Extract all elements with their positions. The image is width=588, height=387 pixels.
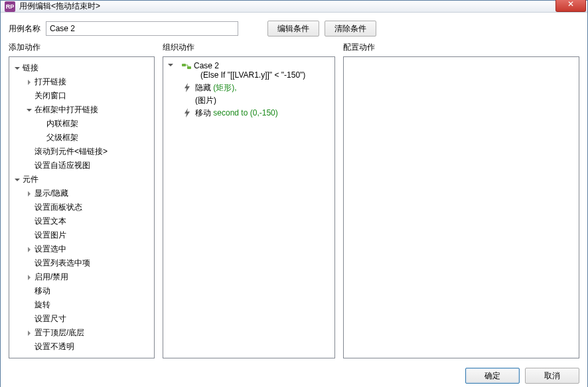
dialog-content: 用例名称 编辑条件 清除条件 添加动作 链接打开链接关闭窗口在框架中打开链接内联… xyxy=(1,13,587,387)
columns: 添加动作 链接打开链接关闭窗口在框架中打开链接内联框架父级框架滚动到元件<锚链接… xyxy=(9,42,579,358)
tree-item[interactable]: 关闭窗口 xyxy=(11,89,153,103)
tree-item[interactable]: 置于顶层/底层 xyxy=(11,326,153,340)
tree-item[interactable]: 滚动到元件<锚链接> xyxy=(11,145,153,159)
action-sub-target: (图片) xyxy=(165,95,333,106)
tree-label: 置于顶层/底层 xyxy=(35,327,84,339)
tree-label: 设置选中 xyxy=(35,244,66,255)
add-action-header: 添加动作 xyxy=(9,42,155,56)
expand-icon[interactable] xyxy=(25,329,33,337)
tree-item[interactable]: 在框架中打开链接 xyxy=(11,103,153,117)
tree-label: 设置图片 xyxy=(35,230,66,241)
tree-label: 设置文本 xyxy=(35,216,66,227)
close-icon: ✕ xyxy=(567,0,574,9)
expand-icon[interactable] xyxy=(25,190,33,198)
tree-item[interactable]: 设置尺寸 xyxy=(11,312,153,326)
organize-action-header: 组织动作 xyxy=(163,42,335,56)
organize-panel[interactable]: Case 2 (Else If "[[LVAR1.y]]" < "-150") … xyxy=(163,56,335,358)
tree-label: 元件 xyxy=(23,174,38,185)
dialog-window: RP 用例编辑<拖动结束时> ✕ 用例名称 编辑条件 清除条件 添加动作 链接打… xyxy=(0,0,588,387)
configure-action-column: 配置动作 xyxy=(343,42,579,358)
action-target: (矩形), xyxy=(213,83,236,92)
action-prefix: 隐藏 xyxy=(195,83,213,92)
bolt-icon xyxy=(183,108,191,117)
tree-label: 滚动到元件<锚链接> xyxy=(35,146,108,157)
tree-item[interactable]: 设置自适应视图 xyxy=(11,159,153,173)
dialog-footer: 确定 取消 xyxy=(9,364,579,384)
window-title: 用例编辑<拖动结束时> xyxy=(19,1,555,12)
case-name-text: Case 2 xyxy=(194,61,305,70)
case-condition-text: (Else If "[[LVAR1.y]]" < "-150") xyxy=(194,70,305,80)
collapse-icon[interactable] xyxy=(25,106,33,114)
tree-item[interactable]: 打开链接 xyxy=(11,75,153,89)
action-target: second to (0,-150) xyxy=(213,108,277,117)
tree-item[interactable]: 内联框架 xyxy=(11,117,153,131)
tree-item[interactable]: 启用/禁用 xyxy=(11,270,153,284)
tree-item[interactable]: 设置文本 xyxy=(11,214,153,228)
ok-button[interactable]: 确定 xyxy=(465,368,520,384)
expand-icon[interactable] xyxy=(25,78,33,86)
expand-icon[interactable] xyxy=(25,273,33,281)
tree-label: 启用/禁用 xyxy=(35,271,68,283)
tree-item[interactable]: 旋转 xyxy=(11,298,153,312)
tree-label: 关闭窗口 xyxy=(35,90,66,102)
tree-label: 设置不透明 xyxy=(35,341,74,352)
tree-label: 显示/隐藏 xyxy=(35,188,68,199)
action-item[interactable]: 移动 second to (0,-150) xyxy=(165,106,333,120)
tree-label: 移动 xyxy=(35,285,50,297)
organize-action-column: 组织动作 Case 2 (Else If "[[LV xyxy=(163,42,335,358)
add-action-column: 添加动作 链接打开链接关闭窗口在框架中打开链接内联框架父级框架滚动到元件<锚链接… xyxy=(9,42,155,358)
tree-label: 在框架中打开链接 xyxy=(35,104,98,116)
bolt-icon xyxy=(183,83,191,92)
tree-label: 设置尺寸 xyxy=(35,313,66,325)
tree-label: 设置自适应视图 xyxy=(35,160,90,171)
app-icon: RP xyxy=(5,1,15,12)
titlebar: RP 用例编辑<拖动结束时> ✕ xyxy=(1,1,587,13)
collapse-icon[interactable] xyxy=(13,176,21,184)
case-name-label: 用例名称 xyxy=(9,23,40,35)
case-name-input[interactable] xyxy=(46,21,238,36)
action-prefix: 移动 xyxy=(195,108,213,117)
tree-item[interactable]: 链接 xyxy=(11,61,153,75)
tree-item[interactable]: 父级框架 xyxy=(11,131,153,145)
close-button[interactable]: ✕ xyxy=(555,0,586,12)
cancel-button[interactable]: 取消 xyxy=(525,368,579,384)
tree-label: 内联框架 xyxy=(46,118,78,129)
expand-icon[interactable] xyxy=(25,246,33,254)
tree-item[interactable]: 设置不透明 xyxy=(11,340,153,354)
case-node[interactable]: Case 2 (Else If "[[LVAR1.y]]" < "-150") xyxy=(165,61,333,81)
edit-condition-button[interactable]: 编辑条件 xyxy=(267,21,319,37)
tree-item[interactable]: 设置选中 xyxy=(11,242,153,256)
tree-item[interactable]: 设置面板状态 xyxy=(11,200,153,214)
tree-item[interactable]: 设置图片 xyxy=(11,228,153,242)
tree-label: 打开链接 xyxy=(35,76,66,88)
tree-label: 父级框架 xyxy=(46,132,78,143)
configure-panel[interactable] xyxy=(343,56,579,358)
configure-action-header: 配置动作 xyxy=(343,42,579,56)
tree-item[interactable]: 元件 xyxy=(11,173,153,187)
tree-label: 链接 xyxy=(23,62,38,74)
action-tree-panel[interactable]: 链接打开链接关闭窗口在框架中打开链接内联框架父级框架滚动到元件<锚链接>设置自适… xyxy=(9,56,155,358)
clear-condition-button[interactable]: 清除条件 xyxy=(325,21,376,37)
tree-label: 设置面板状态 xyxy=(35,202,82,213)
tree-item[interactable]: 显示/隐藏 xyxy=(11,187,153,200)
collapse-icon[interactable] xyxy=(13,64,21,72)
tree-label: 旋转 xyxy=(35,299,50,311)
case-icon xyxy=(182,62,191,70)
tree-item[interactable]: 设置列表选中项 xyxy=(11,256,153,270)
tree-item[interactable]: 移动 xyxy=(11,284,153,298)
expand-down-icon[interactable] xyxy=(167,61,174,70)
svg-rect-0 xyxy=(182,64,186,66)
action-item[interactable]: 隐藏 (矩形), xyxy=(165,81,333,95)
tree-label: 设置列表选中项 xyxy=(35,258,90,269)
top-row: 用例名称 编辑条件 清除条件 xyxy=(9,21,579,37)
